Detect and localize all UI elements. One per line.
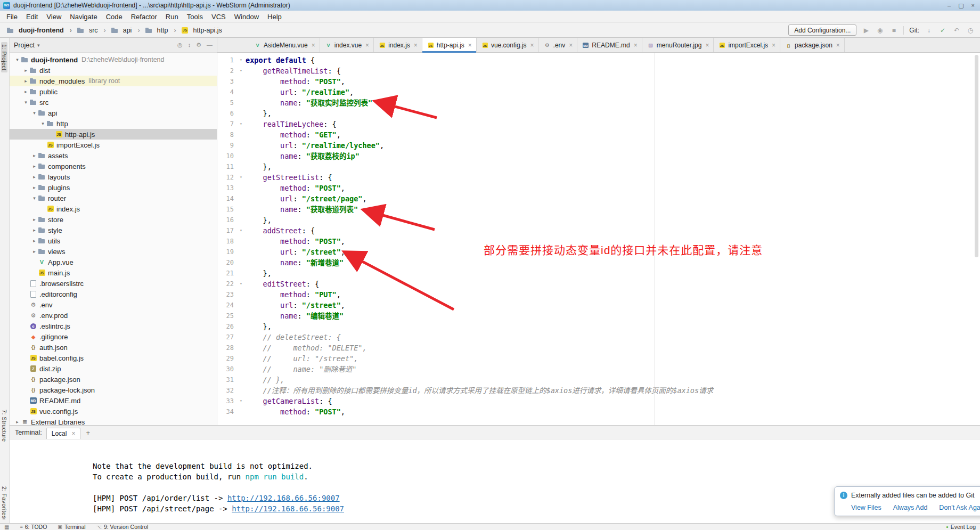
expand-arrow-icon[interactable] xyxy=(31,249,38,254)
close-tab-icon[interactable] xyxy=(634,42,638,49)
tree-item[interactable]: babel.config.js xyxy=(10,353,217,363)
git-update-icon[interactable] xyxy=(925,27,933,34)
expand-arrow-icon[interactable] xyxy=(14,57,21,62)
fold-marker-icon[interactable] xyxy=(236,279,246,289)
fold-marker-icon[interactable] xyxy=(236,55,246,66)
breadcrumb-item[interactable]: src xyxy=(76,26,110,35)
editor-scrollbar[interactable] xyxy=(975,54,979,424)
expand-arrow-icon[interactable] xyxy=(31,227,38,233)
breadcrumb-item[interactable]: http xyxy=(144,26,180,35)
tree-item[interactable]: App.vue xyxy=(10,257,217,267)
expand-arrow-icon[interactable] xyxy=(31,174,38,180)
tree-item[interactable]: duoji-frontend D:\zheheWeb\duoji-fronten… xyxy=(10,54,217,65)
tree-item[interactable]: .gitignore xyxy=(10,331,217,342)
add-configuration-button[interactable]: Add Configuration... xyxy=(788,25,856,36)
fold-marker-icon[interactable] xyxy=(236,119,246,129)
editor-tab[interactable]: menuRouter.jpg xyxy=(642,38,714,52)
expand-arrow-icon[interactable] xyxy=(39,121,46,126)
tree-item[interactable]: External Libraries xyxy=(10,417,217,425)
expand-arrow-icon[interactable] xyxy=(31,110,38,116)
menu-item[interactable]: Window xyxy=(230,11,263,22)
tree-item[interactable]: layouts xyxy=(10,172,217,182)
tree-item[interactable]: vue.config.js xyxy=(10,406,217,417)
tree-item[interactable]: api xyxy=(10,108,217,118)
expand-arrow-icon[interactable] xyxy=(31,217,38,222)
fold-marker-icon[interactable] xyxy=(236,225,246,236)
menu-item[interactable]: Run xyxy=(161,11,183,22)
terminal-tab-local[interactable]: Local xyxy=(46,428,81,439)
menu-item[interactable]: Code xyxy=(102,11,127,22)
status-bar-tool-button[interactable]: 9: Version Control xyxy=(96,524,149,530)
tree-item[interactable]: router xyxy=(10,193,217,203)
minimize-button[interactable]: – xyxy=(948,2,951,9)
close-terminal-tab-icon[interactable] xyxy=(71,430,75,437)
expand-arrow-icon[interactable] xyxy=(22,68,29,73)
project-view-dropdown-icon[interactable]: ▾ xyxy=(37,43,40,48)
tool-button-structure[interactable]: 7: Structure xyxy=(1,410,7,442)
tree-item[interactable]: package.json xyxy=(10,374,217,385)
tree-item[interactable]: importExcel.js xyxy=(10,140,217,150)
expand-arrow-icon[interactable] xyxy=(22,78,29,84)
collapse-all-icon[interactable] xyxy=(188,42,191,48)
expand-arrow-icon[interactable] xyxy=(31,153,38,158)
menu-item[interactable]: VCS xyxy=(207,11,230,22)
close-tab-icon[interactable] xyxy=(414,42,418,49)
close-tab-icon[interactable] xyxy=(772,42,775,49)
panel-settings-icon[interactable] xyxy=(196,42,201,48)
menu-item[interactable]: Navigate xyxy=(66,11,101,22)
expand-arrow-icon[interactable] xyxy=(31,164,38,169)
debug-icon[interactable] xyxy=(876,27,884,34)
editor-tab[interactable]: index.js xyxy=(374,38,422,52)
stop-icon[interactable] xyxy=(889,27,898,34)
tree-item[interactable]: http-api.js xyxy=(10,129,217,140)
notification-action-link[interactable]: Don't Ask Again xyxy=(939,504,980,511)
tree-item[interactable]: views xyxy=(10,246,217,257)
git-revert-icon[interactable] xyxy=(952,27,961,34)
menu-item[interactable]: Help xyxy=(263,11,286,22)
tree-item[interactable]: main.js xyxy=(10,267,217,278)
tree-item[interactable]: .eslintrc.js xyxy=(10,321,217,331)
tree-item[interactable]: public xyxy=(10,86,217,97)
editor-tab[interactable]: vue.config.js xyxy=(477,38,539,52)
tree-item[interactable]: store xyxy=(10,214,217,225)
new-terminal-session-icon[interactable] xyxy=(85,429,92,439)
tree-item[interactable]: dist xyxy=(10,65,217,76)
run-icon[interactable] xyxy=(862,27,870,34)
close-tab-icon[interactable] xyxy=(836,42,840,49)
tree-item[interactable]: package-lock.json xyxy=(10,385,217,395)
expand-arrow-icon[interactable] xyxy=(22,89,29,94)
tree-item[interactable]: .env xyxy=(10,299,217,310)
tree-item[interactable]: node_modules library root xyxy=(10,76,217,86)
tree-item[interactable]: .browserslistrc xyxy=(10,278,217,289)
fold-marker-icon[interactable] xyxy=(236,172,246,183)
editor-tab[interactable]: importExcel.js xyxy=(714,38,780,52)
project-panel-title[interactable]: Project xyxy=(14,42,35,49)
editor-tab[interactable]: index.vue xyxy=(320,38,374,52)
tree-item[interactable]: src xyxy=(10,97,217,108)
editor-tab[interactable]: AsideMenu.vue xyxy=(249,38,320,52)
tree-item[interactable]: dist.zip xyxy=(10,363,217,374)
tool-button-favorites[interactable]: 2: Favorites xyxy=(1,486,7,519)
tree-item[interactable]: http xyxy=(10,118,217,129)
fold-marker-icon[interactable] xyxy=(236,66,246,76)
git-commit-icon[interactable] xyxy=(938,27,947,34)
editor-tab[interactable]: package.json xyxy=(780,38,845,52)
tree-item[interactable]: plugins xyxy=(10,182,217,193)
close-tab-icon[interactable] xyxy=(365,42,369,49)
expand-arrow-icon[interactable] xyxy=(14,419,21,425)
locate-file-icon[interactable] xyxy=(177,42,183,48)
editor-tab[interactable]: http-api.js xyxy=(422,38,477,52)
tree-item[interactable]: .env.prod xyxy=(10,310,217,321)
expand-arrow-icon[interactable] xyxy=(31,185,38,190)
code-editor[interactable]: 1 export default { 2 getRealTimeList: { xyxy=(217,53,980,425)
expand-arrow-icon[interactable] xyxy=(31,238,38,243)
tree-item[interactable]: assets xyxy=(10,150,217,161)
close-tab-icon[interactable] xyxy=(530,42,534,49)
status-bar-tool-button[interactable]: Terminal xyxy=(58,524,85,530)
menu-item[interactable]: Refactor xyxy=(127,11,161,22)
close-button[interactable]: × xyxy=(971,2,975,9)
tool-button-project[interactable]: 1: Project xyxy=(1,42,7,72)
fold-marker-icon[interactable] xyxy=(236,396,246,406)
close-tab-icon[interactable] xyxy=(468,42,472,49)
close-tab-icon[interactable] xyxy=(312,42,315,49)
